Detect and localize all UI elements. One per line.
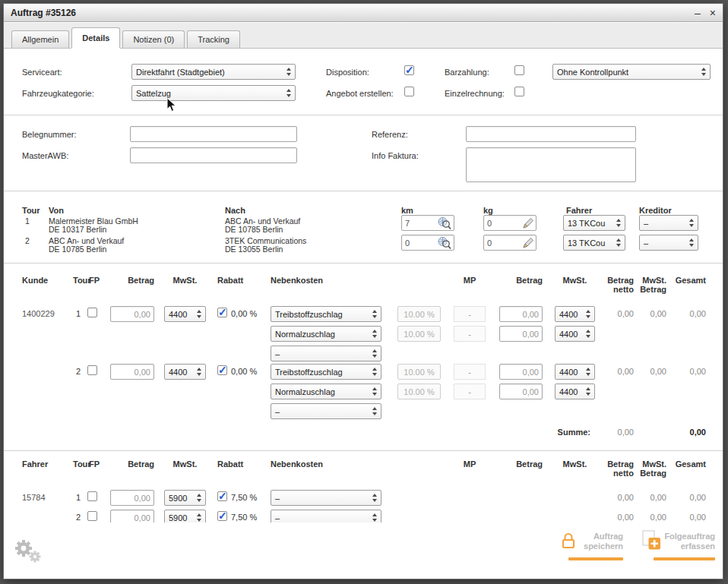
summe-gesamt-value: 0,00 <box>660 428 706 437</box>
betrag-input[interactable] <box>110 306 154 322</box>
minimize-button[interactable]: – <box>695 8 701 18</box>
barzahlung-checkbox[interactable] <box>514 65 524 75</box>
nebenkosten-select[interactable]: – <box>271 403 381 419</box>
nach-address: DE 10785 Berlin <box>225 226 283 234</box>
mouse-cursor <box>166 97 177 112</box>
nebenkosten-select[interactable]: – <box>271 490 381 506</box>
nebenkosten-betrag-input[interactable] <box>499 306 543 322</box>
mwst-select[interactable]: 4400 <box>164 306 206 322</box>
serviceart-select[interactable]: Direktfahrt (Stadtgebiet) <box>131 64 296 80</box>
rabatt-checkbox[interactable] <box>217 308 227 317</box>
betrag-col-header: Betrag <box>110 276 154 285</box>
fp-checkbox[interactable] <box>87 511 97 521</box>
einzelrechnung-checkbox[interactable] <box>514 87 524 96</box>
follow-up-order-button[interactable]: Folgeauftrag erfassen <box>642 530 715 560</box>
rabatt-checkbox[interactable] <box>217 491 227 501</box>
nebenkosten-pct-input <box>397 326 441 342</box>
rabatt-value: 0,00 % <box>231 367 257 376</box>
fahrzeugkategorie-select[interactable]: Sattelzug <box>131 85 296 101</box>
settings-gears-icon[interactable] <box>13 538 42 563</box>
gesamt-value: 0,00 <box>660 367 706 376</box>
edit-weight-pencil-icon[interactable] <box>521 236 534 249</box>
tab-bar: Allgemein Details Notizen (0) Tracking <box>4 23 723 49</box>
disposition-checkbox[interactable] <box>404 65 414 75</box>
betrag-input[interactable] <box>110 364 154 380</box>
kreditor-col-header: Kreditor <box>639 206 672 215</box>
nebenkosten-col-header: Nebenkosten <box>271 459 323 469</box>
nebenkosten-betrag-input[interactable] <box>499 326 543 342</box>
betrag-netto-value: 0,00 <box>590 367 634 376</box>
betrag-col-header: Betrag <box>110 459 154 469</box>
kunde-tour-number: 1 <box>73 309 84 318</box>
betrag-input[interactable] <box>110 490 154 506</box>
edit-weight-pencil-icon[interactable] <box>521 216 534 229</box>
close-button[interactable]: × <box>710 8 716 18</box>
tab-tracking[interactable]: Tracking <box>187 30 240 48</box>
betrag2-col-header: Betrag <box>499 459 543 469</box>
fahrer-select[interactable]: 13 TKCou <box>563 235 625 251</box>
mwst-betrag-col-header: Betrag <box>630 469 666 478</box>
fp-col-header: FP <box>89 276 100 285</box>
rabatt-value: 7,50 % <box>231 513 257 522</box>
tab-details[interactable]: Details <box>71 27 120 48</box>
kontrollpunkt-select[interactable]: Ohne Kontrollpunkt <box>552 64 711 80</box>
mwst-select[interactable]: 4400 <box>164 364 206 380</box>
mwst-select[interactable]: 5900 <box>164 490 206 506</box>
save-order-label-line1: Auftrag <box>584 532 623 541</box>
mp-value: - <box>454 326 486 342</box>
kreditor-select[interactable]: – <box>639 215 698 231</box>
kreditor-select[interactable]: – <box>639 235 698 251</box>
nebenkosten-betrag-input[interactable] <box>499 384 543 399</box>
new-document-plus-icon <box>642 530 661 551</box>
summe-netto-value: 0,00 <box>590 428 634 437</box>
nebenkosten-select[interactable]: Normalzuschlag <box>271 384 381 399</box>
fp-checkbox[interactable] <box>87 308 97 317</box>
nebenkosten-select[interactable]: Treibstoffzuschlag <box>271 364 381 380</box>
rabatt-col-header: Rabatt <box>217 276 243 285</box>
kunde-id: 1400229 <box>22 309 55 318</box>
fahrer-col-header: Fahrer <box>22 459 48 469</box>
mp-col-header: MP <box>454 276 486 285</box>
fp-checkbox[interactable] <box>87 365 97 375</box>
masterawb-input[interactable] <box>130 147 297 163</box>
betrag-netto-col-header: netto <box>590 285 634 294</box>
info-faktura-textarea[interactable] <box>466 147 636 182</box>
referenz-input[interactable] <box>466 126 636 142</box>
nebenkosten-select[interactable]: – <box>271 346 381 361</box>
kunde-tour-number: 2 <box>73 367 84 376</box>
rabatt-checkbox[interactable] <box>217 365 227 375</box>
route-distance-lookup-icon[interactable] <box>437 236 452 250</box>
betrag-netto-col-header: Betrag <box>590 276 634 285</box>
summe-label: Summe: <box>545 428 590 437</box>
fahrer-id: 15784 <box>22 493 46 502</box>
nebenkosten-mwst-select[interactable]: 4400 <box>555 326 595 342</box>
nebenkosten-pct-input <box>397 306 441 322</box>
tab-notizen[interactable]: Notizen (0) <box>122 30 185 48</box>
mp-value: - <box>454 364 486 380</box>
angebot-checkbox[interactable] <box>404 87 414 96</box>
divider <box>4 450 723 451</box>
tour-number: 1 <box>25 217 30 226</box>
disposition-label: Disposition: <box>326 68 369 77</box>
nebenkosten-betrag-input[interactable] <box>499 364 543 380</box>
nebenkosten-select[interactable]: Treibstoffzuschlag <box>271 306 381 322</box>
rabatt-checkbox[interactable] <box>217 511 227 521</box>
betrag-netto-value: 0,00 <box>590 309 634 318</box>
gesamt-col-header: Gesamt <box>660 276 706 285</box>
fahrer-select[interactable]: 13 TKCou <box>563 215 625 231</box>
belegnummer-input[interactable] <box>130 126 297 142</box>
nebenkosten-select[interactable]: Normalzuschlag <box>271 326 381 342</box>
von-col-header: Von <box>49 206 64 215</box>
nebenkosten-mwst-select[interactable]: 4400 <box>555 384 595 399</box>
von-address: DE 10785 Berlin <box>49 245 106 254</box>
fp-checkbox[interactable] <box>87 491 97 501</box>
tab-allgemein[interactable]: Allgemein <box>11 30 69 48</box>
route-distance-lookup-icon[interactable] <box>437 216 452 230</box>
nebenkosten-col-header: Nebenkosten <box>271 276 323 285</box>
nebenkosten-pct-input <box>397 364 441 380</box>
save-order-button[interactable]: Auftrag speichern <box>559 530 623 560</box>
kg-col-header: kg <box>483 206 493 215</box>
desktop-background: Auftrag #35126 – × Allgemein Details Not… <box>0 0 728 584</box>
follow-up-order-label-line2: erfassen <box>664 541 715 551</box>
save-order-accent-bar <box>568 557 623 560</box>
